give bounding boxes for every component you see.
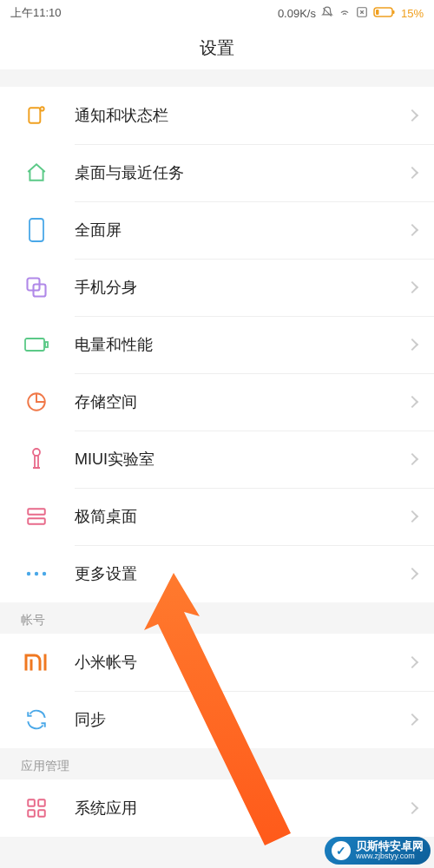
settings-item-more-settings[interactable]: 更多设置 [0, 545, 434, 602]
page-title: 设置 [200, 36, 234, 60]
svg-rect-6 [30, 219, 43, 241]
mute-icon [321, 6, 333, 21]
settings-item-second-space[interactable]: 手机分身 [0, 259, 434, 316]
battery-percent: 15% [401, 7, 424, 20]
svg-rect-3 [376, 10, 379, 15]
item-label: 系统应用 [75, 798, 408, 819]
settings-item-battery-perf[interactable]: 电量和性能 [0, 316, 434, 373]
apps-grid-icon [21, 792, 52, 824]
svg-rect-14 [28, 518, 45, 524]
svg-rect-9 [25, 339, 44, 351]
battery-perf-icon [21, 329, 52, 360]
settings-group-0: 通知和状态栏 桌面与最近任务 全面屏 手机分身 [0, 87, 434, 602]
watermark-badge-icon: ✓ [332, 841, 351, 860]
svg-rect-13 [28, 509, 45, 515]
settings-item-system-apps[interactable]: 系统应用 [0, 779, 434, 837]
chevron-right-icon [406, 656, 418, 668]
watermark-url: www.zjbstyy.com [356, 852, 424, 861]
chevron-right-icon [406, 396, 418, 408]
page-header: 设置 [0, 26, 434, 69]
svg-rect-18 [28, 799, 35, 806]
item-label: 全面屏 [75, 220, 408, 240]
second-space-icon [21, 272, 52, 303]
chevron-right-icon [406, 224, 418, 236]
svg-rect-21 [38, 810, 45, 817]
watermark-name: 贝斯特安卓网 [356, 840, 424, 852]
watermark: ✓ 贝斯特安卓网 www.zjbstyy.com [325, 837, 431, 865]
battery-icon [373, 6, 396, 21]
sync-icon [21, 704, 52, 735]
settings-item-notification[interactable]: 通知和状态栏 [0, 87, 434, 144]
svg-rect-10 [45, 342, 48, 347]
chevron-right-icon [406, 453, 418, 465]
settings-group-1: 小米帐号 同步 [0, 634, 434, 748]
svg-point-16 [35, 572, 38, 575]
close-box-icon [356, 6, 368, 21]
svg-rect-4 [29, 108, 40, 122]
settings-group-2: 系统应用 [0, 779, 434, 837]
wifi-icon [339, 6, 351, 21]
item-label: MIUI实验室 [75, 449, 408, 470]
chevron-right-icon [406, 339, 418, 351]
fullscreen-icon [21, 214, 52, 246]
chevron-right-icon [406, 802, 418, 814]
settings-item-home-recents[interactable]: 桌面与最近任务 [0, 144, 434, 201]
settings-item-fullscreen[interactable]: 全面屏 [0, 201, 434, 259]
svg-point-17 [43, 572, 46, 575]
settings-item-storage[interactable]: 存储空间 [0, 373, 434, 431]
status-bar: 上午11:10 0.09K/s 15% [0, 0, 434, 26]
section-header-apps: 应用管理 [0, 748, 434, 779]
settings-item-mi-account[interactable]: 小米帐号 [0, 634, 434, 691]
chevron-right-icon [406, 109, 418, 122]
settings-scroll[interactable]: 通知和状态栏 桌面与最近任务 全面屏 手机分身 [0, 69, 434, 868]
item-label: 手机分身 [75, 277, 408, 298]
chevron-right-icon [406, 510, 418, 523]
home-icon [21, 157, 52, 188]
item-label: 桌面与最近任务 [75, 162, 408, 183]
item-label: 电量和性能 [75, 334, 408, 355]
settings-item-sync[interactable]: 同步 [0, 691, 434, 748]
item-label: 极简桌面 [75, 506, 408, 527]
more-icon [21, 558, 52, 589]
chevron-right-icon [406, 167, 418, 179]
status-net-speed: 0.09K/s [278, 7, 316, 20]
svg-point-12 [33, 449, 40, 456]
settings-item-miui-lab[interactable]: MIUI实验室 [0, 431, 434, 488]
item-label: 小米帐号 [75, 652, 408, 673]
item-label: 通知和状态栏 [75, 105, 408, 126]
svg-rect-20 [28, 810, 35, 817]
svg-point-5 [40, 107, 43, 110]
settings-item-lite-mode[interactable]: 极简桌面 [0, 488, 434, 545]
item-label: 更多设置 [75, 563, 408, 584]
lite-mode-icon [21, 501, 52, 532]
mi-logo-icon [21, 647, 52, 678]
notification-icon [21, 100, 52, 131]
chevron-right-icon [406, 281, 418, 293]
status-time: 上午11:10 [10, 5, 62, 21]
item-label: 同步 [75, 709, 408, 730]
storage-icon [21, 386, 52, 418]
chevron-right-icon [406, 713, 418, 726]
flask-icon [21, 444, 52, 475]
section-header-account: 帐号 [0, 602, 434, 634]
chevron-right-icon [406, 568, 418, 580]
svg-point-15 [27, 572, 30, 575]
svg-rect-2 [392, 10, 395, 14]
item-label: 存储空间 [75, 391, 408, 412]
svg-rect-19 [38, 799, 45, 806]
